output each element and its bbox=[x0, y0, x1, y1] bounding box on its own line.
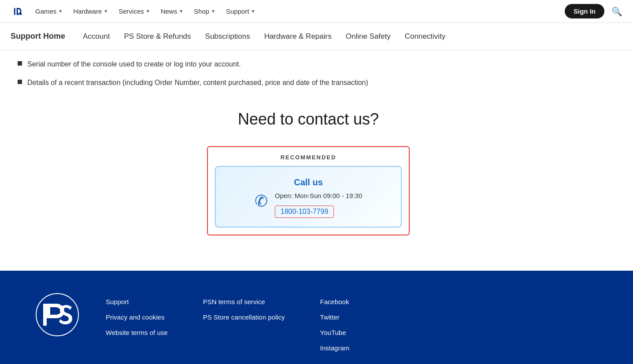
recommended-label: RECOMMENDED bbox=[215, 154, 402, 161]
contact-section: Need to contact us? RECOMMENDED Call us … bbox=[18, 101, 599, 253]
call-us-info: Open: Mon-Sun 09:00 - 19:30 1800-103-779… bbox=[275, 191, 362, 218]
call-us-title: Call us bbox=[294, 177, 323, 188]
footer-link-ps-store-cancellation-policy[interactable]: PS Store cancellation policy bbox=[203, 313, 285, 322]
sign-in-button[interactable]: Sign In bbox=[565, 4, 604, 18]
support-home-link[interactable]: Support Home bbox=[11, 32, 65, 41]
contact-heading: Need to contact us? bbox=[18, 110, 599, 129]
chevron-icon: ▼ bbox=[179, 9, 183, 14]
footer: SupportPrivacy and cookiesWebsite terms … bbox=[0, 271, 633, 364]
footer-link-facebook[interactable]: Facebook bbox=[320, 297, 350, 306]
footer-link-privacy-and-cookies[interactable]: Privacy and cookies bbox=[106, 313, 168, 322]
support-nav-item-account[interactable]: Account bbox=[83, 32, 110, 41]
ps-logo bbox=[11, 4, 26, 19]
top-nav: Games ▼Hardware ▼Services ▼News ▼Shop ▼S… bbox=[0, 0, 633, 23]
search-button[interactable]: 🔍 bbox=[611, 6, 622, 17]
list-item: Serial number of the console used to cre… bbox=[18, 59, 599, 70]
support-nav-item-hardware-&-repairs[interactable]: Hardware & Repairs bbox=[264, 32, 332, 41]
call-us-body: ✆ Open: Mon-Sun 09:00 - 19:30 1800-103-7… bbox=[255, 191, 362, 218]
bullet-icon bbox=[18, 80, 22, 84]
call-us-card: Call us ✆ Open: Mon-Sun 09:00 - 19:30 18… bbox=[215, 166, 402, 228]
chevron-icon: ▼ bbox=[104, 9, 108, 14]
search-icon: 🔍 bbox=[611, 7, 622, 16]
footer-link-instagram[interactable]: Instagram bbox=[320, 343, 350, 353]
footer-links: SupportPrivacy and cookiesWebsite terms … bbox=[106, 293, 598, 353]
top-nav-link-support[interactable]: Support ▼ bbox=[226, 7, 255, 15]
top-nav-link-shop[interactable]: Shop ▼ bbox=[194, 7, 215, 15]
chevron-icon: ▼ bbox=[146, 9, 150, 14]
footer-col-1: PSN terms of servicePS Store cancellatio… bbox=[203, 297, 285, 353]
top-nav-link-games[interactable]: Games ▼ bbox=[35, 7, 63, 15]
footer-link-psn-terms-of-service[interactable]: PSN terms of service bbox=[203, 297, 285, 306]
chevron-icon: ▼ bbox=[58, 9, 63, 14]
main-content: Serial number of the console used to cre… bbox=[0, 50, 617, 271]
support-nav-item-ps-store-&-refunds[interactable]: PS Store & Refunds bbox=[124, 32, 191, 41]
footer-link-youtube[interactable]: YouTube bbox=[320, 328, 350, 337]
top-nav-links: Games ▼Hardware ▼Services ▼News ▼Shop ▼S… bbox=[35, 7, 565, 15]
list-item-text: Details of a recent transaction (includi… bbox=[27, 77, 368, 88]
support-nav-item-connectivity[interactable]: Connectivity bbox=[405, 32, 446, 41]
chevron-icon: ▼ bbox=[251, 9, 255, 14]
call-us-hours: Open: Mon-Sun 09:00 - 19:30 bbox=[275, 191, 362, 201]
top-nav-right: Sign In 🔍 bbox=[565, 4, 622, 18]
top-nav-link-news[interactable]: News ▼ bbox=[161, 7, 183, 15]
footer-link-support[interactable]: Support bbox=[106, 297, 168, 306]
bullet-icon bbox=[18, 61, 22, 66]
top-nav-link-services[interactable]: Services ▼ bbox=[118, 7, 150, 15]
list-item: Details of a recent transaction (includi… bbox=[18, 77, 599, 88]
footer-col-0: SupportPrivacy and cookiesWebsite terms … bbox=[106, 297, 168, 353]
support-nav: Support Home AccountPS Store & RefundsSu… bbox=[0, 23, 633, 50]
chevron-icon: ▼ bbox=[211, 9, 215, 14]
phone-icon: ✆ bbox=[255, 192, 268, 210]
support-nav-item-subscriptions[interactable]: Subscriptions bbox=[205, 32, 250, 41]
support-nav-item-online-safety[interactable]: Online Safety bbox=[346, 32, 391, 41]
top-nav-link-hardware[interactable]: Hardware ▼ bbox=[73, 7, 108, 15]
support-nav-items: AccountPS Store & RefundsSubscriptionsHa… bbox=[83, 32, 445, 41]
footer-logo bbox=[35, 293, 79, 338]
footer-link-website-terms-of-use[interactable]: Website terms of use bbox=[106, 328, 168, 337]
phone-number-link[interactable]: 1800-103-7799 bbox=[275, 206, 334, 218]
footer-link-twitter[interactable]: Twitter bbox=[320, 313, 350, 322]
bullet-list: Serial number of the console used to cre… bbox=[18, 59, 599, 88]
svg-rect-1 bbox=[43, 304, 47, 326]
footer-col-2: FacebookTwitterYouTubeInstagram bbox=[320, 297, 350, 353]
recommended-outer: RECOMMENDED Call us ✆ Open: Mon-Sun 09:0… bbox=[207, 146, 410, 235]
list-item-text: Serial number of the console used to cre… bbox=[27, 59, 241, 70]
